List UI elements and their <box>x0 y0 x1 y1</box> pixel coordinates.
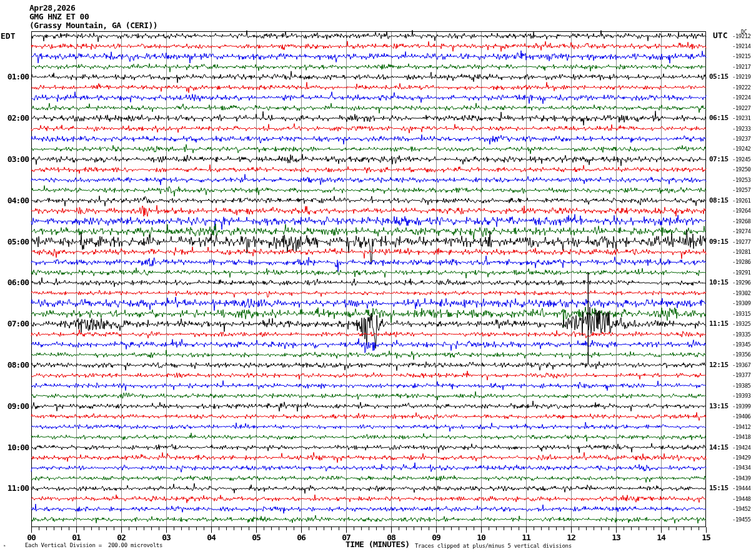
dc-count-label: -19237 <box>732 136 751 142</box>
dc-count-label: -19212 <box>732 34 751 39</box>
x-tick-label: 15 <box>702 533 710 541</box>
helicorder-canvas <box>0 0 756 554</box>
dc-count-label: -19309 <box>732 301 751 306</box>
left-time-label: 01:00 <box>0 73 29 81</box>
dc-count-label: -19231 <box>732 116 751 121</box>
dc-count-label: -19253 <box>732 178 751 183</box>
dc-count-label: -19455 <box>732 517 751 523</box>
dc-count-label: -19412 <box>732 425 751 430</box>
right-time-label: 05:15 <box>709 73 729 80</box>
left-time-label: 03:00 <box>0 155 29 163</box>
dc-count-label: -19406 <box>732 414 751 420</box>
clip-note: Traces clipped at plus/minus 5 vertical … <box>415 543 572 549</box>
dc-count-label: -19424 <box>732 445 751 451</box>
utc-axis-label: UTC <box>713 31 727 39</box>
right-time-label: 15:15 <box>709 485 729 491</box>
dc-count-label: -19242 <box>732 146 751 152</box>
dc-count-label: -19261 <box>732 198 751 204</box>
dc-count-label: -19286 <box>732 259 751 265</box>
x-tick-label: 13 <box>612 533 620 541</box>
left-time-label: 05:00 <box>0 238 29 246</box>
dc-count-label: -19291 <box>732 270 751 276</box>
dc-count-label: -19377 <box>732 373 751 378</box>
dc-count-label: -19227 <box>732 106 751 111</box>
dc-count-label: -19367 <box>732 363 751 368</box>
corner-watermark: ₘ <box>3 543 6 548</box>
dc-count-label: -19215 <box>732 54 751 59</box>
right-time-label: 06:15 <box>709 114 729 121</box>
x-tick-label: 00 <box>27 533 36 541</box>
x-tick-label: 05 <box>252 533 261 541</box>
left-time-label: 06:00 <box>0 278 29 286</box>
dc-count-label: -19356 <box>732 352 751 358</box>
left-time-label: 11:00 <box>0 484 29 492</box>
x-tick-label: 12 <box>567 533 575 541</box>
dc-count-label: -19345 <box>732 342 751 348</box>
dc-count-label: -19315 <box>732 311 751 317</box>
right-time-label: 12:15 <box>709 361 729 368</box>
dc-count-label: -19393 <box>732 393 751 399</box>
dc-count-label: -19222 <box>732 85 751 91</box>
x-tick-label: 01 <box>72 533 81 541</box>
left-time-label: 08:00 <box>0 361 29 369</box>
dc-count-label: -19399 <box>732 404 751 410</box>
right-time-label: 10:15 <box>709 279 729 286</box>
dc-count-label: -19434 <box>732 465 751 471</box>
right-time-label: 14:15 <box>709 444 729 451</box>
right-time-label: 13:15 <box>709 403 729 410</box>
left-time-label: 09:00 <box>0 402 29 410</box>
x-axis-title: TIME (MINUTES) <box>346 540 410 548</box>
dc-count-label: -19418 <box>732 435 751 440</box>
dc-count-label: -19452 <box>732 506 751 512</box>
right-time-label: 07:15 <box>709 156 729 163</box>
dc-count-label: -19335 <box>732 332 751 338</box>
dc-count-label: -19277 <box>732 239 751 245</box>
dc-count-label: -19296 <box>732 280 751 286</box>
title-date: Apr28,2026 <box>29 4 75 12</box>
x-tick-label: 14 <box>657 533 665 541</box>
right-time-label: 09:15 <box>709 238 729 245</box>
dc-count-label: -19274 <box>732 229 751 234</box>
dc-count-label: -19325 <box>732 321 751 327</box>
x-tick-label: 04 <box>207 533 216 541</box>
dc-count-label: -19233 <box>732 126 751 132</box>
left-time-label: 04:00 <box>0 196 29 204</box>
dc-count-label: -19264 <box>732 208 751 214</box>
x-tick-label: 11 <box>522 533 530 541</box>
edt-axis-label: EDT <box>1 32 15 40</box>
x-tick-label: 02 <box>117 533 126 541</box>
x-tick-label: 10 <box>477 533 485 541</box>
x-tick-label: 06 <box>297 533 306 541</box>
x-tick-label: 09 <box>432 533 440 541</box>
right-time-label: 08:15 <box>709 197 729 204</box>
right-time-label: 11:15 <box>709 320 729 327</box>
x-tick-label: 03 <box>162 533 171 541</box>
scale-note: Each Vertical Division = 200.00 microvol… <box>25 543 162 548</box>
dc-count-label: -19214 <box>732 44 751 49</box>
dc-count-label: -19385 <box>732 383 751 389</box>
dc-count-label: -19224 <box>732 95 751 101</box>
left-time-label: 10:00 <box>0 443 29 451</box>
dc-count-label: -19281 <box>732 249 751 255</box>
title-station: GMG HNZ ET 00 <box>29 13 89 21</box>
title-location: (Grassy Mountain, GA (CERI)) <box>29 21 157 29</box>
dc-count-label: -19250 <box>732 167 751 173</box>
dc-count-label: -19439 <box>732 476 751 481</box>
left-time-label: 02:00 <box>0 114 29 122</box>
dc-count-label: -19429 <box>732 455 751 461</box>
dc-count-label: -19302 <box>732 291 751 296</box>
dc-count-label: -19257 <box>732 188 751 193</box>
dc-count-label: -19219 <box>732 74 751 80</box>
dc-count-label: -19268 <box>732 219 751 224</box>
dc-count-label: -19448 <box>732 496 751 502</box>
helicorder-screen: Apr28,2026 GMG HNZ ET 00 (Grassy Mountai… <box>0 0 756 554</box>
dc-count-label: -19217 <box>732 64 751 70</box>
dc-count-label: -19245 <box>732 157 751 163</box>
dc-count-label: -19444 <box>732 486 751 491</box>
left-time-label: 07:00 <box>0 320 29 328</box>
